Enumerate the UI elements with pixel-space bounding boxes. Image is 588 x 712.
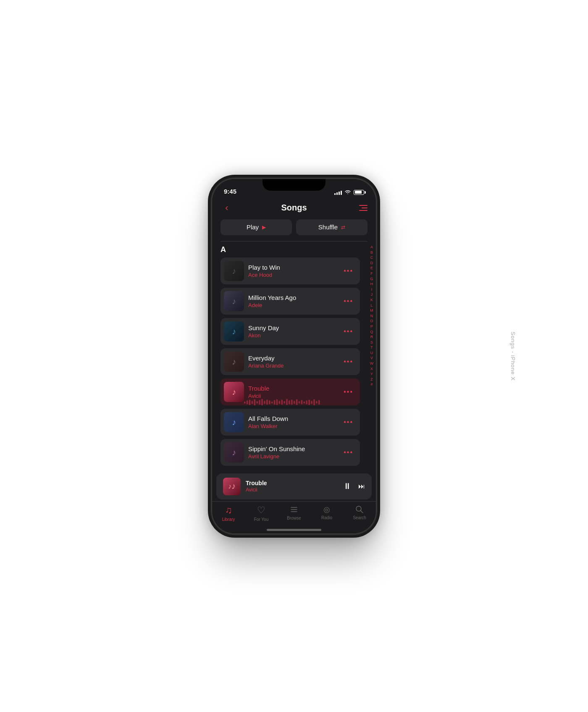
tab-radio-label: Radio [321,515,332,520]
alpha-x[interactable]: X [370,366,373,372]
alpha-z[interactable]: Z [370,377,373,382]
for-you-icon: ♡ [257,505,265,516]
svg-rect-6 [259,400,260,405]
svg-rect-15 [281,400,283,405]
alpha-d[interactable]: D [370,260,373,266]
song-artist: Ace Hood [248,272,338,278]
more-button[interactable]: ••• [342,386,355,397]
song-item-active[interactable]: Trouble Avicii ••• [220,378,360,405]
song-artist: Akon [248,332,338,339]
svg-rect-18 [289,400,290,404]
alpha-j[interactable]: J [371,292,373,297]
play-button[interactable]: Play ▶ [220,219,292,235]
tab-radio[interactable]: ◎ Radio [310,505,343,522]
alpha-q[interactable]: Q [370,329,373,335]
song-item[interactable]: Sippin' On Sunshine Avril Lavigne ••• [220,439,360,466]
alpha-n[interactable]: N [370,313,373,319]
now-playing-title: Trouble [246,480,338,486]
search-icon [355,505,364,514]
more-button[interactable]: ••• [342,417,355,428]
menu-button[interactable] [355,202,368,214]
alpha-l[interactable]: L [370,303,373,308]
song-title: Trouble [248,385,338,392]
signal-icon [334,190,342,195]
svg-rect-16 [284,401,285,403]
alpha-i[interactable]: I [371,287,373,292]
svg-rect-8 [264,401,265,404]
alpha-t[interactable]: T [370,345,373,350]
tab-for-you-label: For You [254,517,268,522]
more-button[interactable]: ••• [342,265,355,276]
now-playing-info: Trouble Avicii [241,480,343,493]
more-button[interactable]: ••• [342,326,355,337]
song-item[interactable]: Sunny Day Akon ••• [220,318,360,345]
alpha-m[interactable]: M [370,308,373,313]
skip-forward-button[interactable]: ⏭ [358,483,365,490]
svg-rect-2 [249,400,251,405]
now-playing-bar[interactable]: ♪ Trouble Avicii ⏸ ⏭ [216,473,372,499]
more-button[interactable]: ••• [342,356,355,367]
song-item[interactable]: Play to Win Ace Hood ••• [220,257,360,284]
svg-rect-21 [296,399,298,405]
browse-icon [289,505,299,514]
header: ‹ Songs [212,197,376,219]
tab-browse[interactable]: Browse [278,505,310,522]
song-info: Everyday Ariana Grande [244,355,342,369]
action-buttons: Play ▶ Shuffle ⇄ [212,219,376,241]
song-title: Sunny Day [248,324,338,331]
alpha-a[interactable]: A [370,244,373,250]
song-artwork [224,352,244,372]
tab-search[interactable]: Search [343,505,376,522]
song-info: Million Years Ago Adele [244,294,342,308]
song-item[interactable]: Million Years Ago Adele ••• [220,288,360,315]
more-button[interactable]: ••• [342,447,355,458]
alpha-h[interactable]: H [370,281,373,287]
now-playing-artwork: ♪ [223,478,241,495]
song-artwork [224,291,244,311]
svg-rect-9 [266,400,268,405]
svg-rect-10 [269,400,270,404]
svg-rect-26 [308,400,310,405]
song-artwork [224,261,244,281]
svg-rect-13 [276,399,278,405]
alpha-p[interactable]: P [370,324,373,329]
song-artwork [224,382,244,402]
song-info: Sunny Day Akon [244,324,342,339]
song-info: All Falls Down Alan Walker [244,415,342,429]
svg-rect-1 [247,400,248,404]
alpha-f[interactable]: F [370,271,373,276]
song-title: Million Years Ago [248,294,338,301]
tab-library[interactable]: ♫ Library [212,505,245,522]
song-info: Play to Win Ace Hood [244,264,342,278]
alpha-y[interactable]: Y [370,371,373,377]
song-item[interactable]: Everyday Ariana Grande ••• [220,348,360,375]
alpha-u[interactable]: U [370,350,373,356]
song-item[interactable]: All Falls Down Alan Walker ••• [220,409,360,436]
tab-for-you[interactable]: ♡ For You [245,505,278,522]
radio-icon: ◎ [323,505,330,514]
pause-button[interactable]: ⏸ [343,481,352,491]
svg-rect-3 [252,401,253,404]
song-artist: Avril Lavigne [248,453,338,460]
more-button[interactable]: ••• [342,296,355,307]
now-playing-artist: Avicii [246,487,338,493]
back-button[interactable]: ‹ [220,202,233,214]
alpha-o[interactable]: O [370,318,373,324]
alpha-g[interactable]: G [370,276,373,282]
alphabet-index[interactable]: A B C D E F G H I J K L M N O [368,241,375,473]
alpha-b[interactable]: B [370,250,373,255]
alpha-hash[interactable]: # [370,382,373,387]
svg-rect-23 [301,400,303,404]
alpha-e[interactable]: E [370,265,373,271]
shuffle-button[interactable]: Shuffle ⇄ [296,219,368,235]
screen: 9:45 [212,179,376,533]
alpha-w[interactable]: W [370,361,374,366]
alpha-c[interactable]: C [370,255,373,260]
alpha-s[interactable]: S [370,340,373,345]
alpha-k[interactable]: K [370,297,373,303]
status-icons [334,190,364,195]
alpha-r[interactable]: R [370,334,373,340]
section-a-label: A [220,241,360,257]
svg-rect-25 [306,400,308,404]
alpha-v[interactable]: V [370,355,373,361]
